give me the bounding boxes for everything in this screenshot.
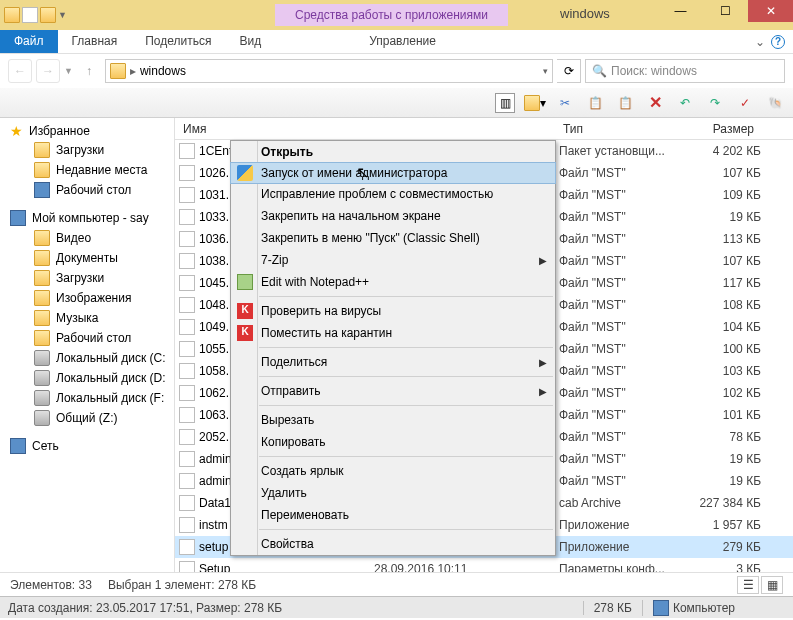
maximize-button[interactable]: ☐ [703, 0, 748, 22]
breadcrumb-dropdown-icon[interactable]: ▾ [543, 66, 548, 76]
tab-view[interactable]: Вид [225, 30, 275, 53]
file-row[interactable]: Setup28.09.2016 10:11Параметры конф...3 … [175, 558, 793, 572]
disk-icon [34, 410, 50, 426]
file-size: 108 КБ [699, 298, 761, 312]
tab-manage[interactable]: Управление [355, 30, 450, 53]
paste-icon[interactable]: 📋 [615, 93, 635, 113]
tab-share[interactable]: Поделиться [131, 30, 225, 53]
ctx-sendto[interactable]: Отправить▶ [231, 380, 555, 402]
qat-icon[interactable] [22, 7, 38, 23]
sidebar-item-disk-d[interactable]: Локальный диск (D: [0, 368, 174, 388]
breadcrumb[interactable]: ▸ windows ▾ [105, 59, 553, 83]
organize-icon[interactable]: ▾ [525, 93, 545, 113]
breadcrumb-segment[interactable]: windows [140, 64, 186, 78]
sidebar-item-recent[interactable]: Недавние места [0, 160, 174, 180]
file-size: 101 КБ [699, 408, 761, 422]
ctx-pin-start[interactable]: Закрепить на начальном экране [231, 205, 555, 227]
file-icon [179, 341, 195, 357]
file-type: Файл "MST" [559, 210, 699, 224]
properties-icon[interactable]: ✓ [735, 93, 755, 113]
search-input[interactable]: 🔍 Поиск: windows [585, 59, 785, 83]
redo-icon[interactable]: ↷ [705, 93, 725, 113]
ctx-properties[interactable]: Свойства [231, 533, 555, 555]
file-type: Файл "MST" [559, 430, 699, 444]
sidebar-label: Локальный диск (D: [56, 371, 166, 385]
close-button[interactable]: ✕ [748, 0, 793, 22]
ctx-label: Исправление проблем с совместимостью [261, 187, 493, 201]
sidebar-computer-header[interactable]: Мой компьютер - say [0, 208, 174, 228]
col-type[interactable]: Тип [555, 122, 695, 136]
sidebar-item-music[interactable]: Музыка [0, 308, 174, 328]
sidebar-item-pictures[interactable]: Изображения [0, 288, 174, 308]
file-type: Файл "MST" [559, 474, 699, 488]
layout-icon[interactable]: ▥ [495, 93, 515, 113]
ctx-separator [259, 529, 553, 530]
shell-icon[interactable]: 🐚 [765, 93, 785, 113]
sidebar-label: Сеть [32, 439, 59, 453]
sidebar-item-disk-z[interactable]: Общий (Z:) [0, 408, 174, 428]
cut-icon[interactable]: ✂ [555, 93, 575, 113]
computer-icon [653, 600, 669, 616]
file-icon [179, 319, 195, 335]
sidebar-network-header[interactable]: Сеть [0, 436, 174, 456]
view-details-button[interactable]: ☰ [737, 576, 759, 594]
ctx-run-as-admin[interactable]: Запуск от имени администратора [230, 162, 556, 184]
view-icons-button[interactable]: ▦ [761, 576, 783, 594]
sidebar-item-videos[interactable]: Видео [0, 228, 174, 248]
ctx-compat[interactable]: Исправление проблем с совместимостью [231, 183, 555, 205]
copy-icon[interactable]: 📋 [585, 93, 605, 113]
minimize-button[interactable]: — [658, 0, 703, 22]
sidebar-item-documents[interactable]: Документы [0, 248, 174, 268]
ctx-notepad[interactable]: Edit with Notepad++ [231, 271, 555, 293]
file-size: 227 384 КБ [699, 496, 761, 510]
titlebar: ▼ Средства работы с приложениями windows… [0, 0, 793, 30]
sidebar-item-desktop2[interactable]: Рабочий стол [0, 328, 174, 348]
sidebar-label: Мой компьютер - say [32, 211, 149, 225]
forward-button[interactable]: → [36, 59, 60, 83]
kaspersky-icon: K [237, 303, 253, 319]
refresh-button[interactable]: ⟳ [557, 59, 581, 83]
sidebar-favorites-header[interactable]: ★ Избранное [0, 122, 174, 140]
chevron-right-icon[interactable]: ▸ [130, 64, 136, 78]
help-icon[interactable]: ? [771, 35, 785, 49]
ctx-open[interactable]: Открыть [231, 141, 555, 163]
ctx-share[interactable]: Поделиться▶ [231, 351, 555, 373]
file-size: 19 КБ [699, 210, 761, 224]
ctx-cut[interactable]: Вырезать [231, 409, 555, 431]
ctx-quarantine[interactable]: KПоместить на карантин [231, 322, 555, 344]
tab-file[interactable]: Файл [0, 30, 58, 53]
tab-home[interactable]: Главная [58, 30, 132, 53]
delete-icon[interactable]: ✕ [645, 93, 665, 113]
ribbon-context-tab[interactable]: Средства работы с приложениями [275, 4, 508, 26]
sidebar-item-disk-f[interactable]: Локальный диск (F: [0, 388, 174, 408]
history-dropdown-icon[interactable]: ▼ [64, 66, 73, 76]
ribbon-expand-icon[interactable]: ⌄ [755, 35, 765, 49]
undo-icon[interactable]: ↶ [675, 93, 695, 113]
notepad-icon [237, 274, 253, 290]
up-button[interactable]: ↑ [77, 59, 101, 83]
qat-icon2[interactable] [40, 7, 56, 23]
file-date: 28.09.2016 10:11 [374, 562, 559, 572]
file-size: 3 КБ [699, 562, 761, 572]
ctx-label: Закрепить в меню "Пуск" (Classic Shell) [261, 231, 480, 245]
ctx-label: 7-Zip [261, 253, 288, 267]
folder-icon [34, 250, 50, 266]
ctx-shortcut[interactable]: Создать ярлык [231, 460, 555, 482]
sidebar-item-desktop[interactable]: Рабочий стол [0, 180, 174, 200]
ctx-copy[interactable]: Копировать [231, 431, 555, 453]
sidebar-item-disk-c[interactable]: Локальный диск (C: [0, 348, 174, 368]
back-button[interactable]: ← [8, 59, 32, 83]
sidebar-item-downloads[interactable]: Загрузки [0, 140, 174, 160]
star-icon: ★ [10, 124, 23, 138]
col-size[interactable]: Размер [695, 122, 763, 136]
sidebar-item-downloads2[interactable]: Загрузки [0, 268, 174, 288]
col-name[interactable]: Имя [175, 122, 370, 136]
ctx-rename[interactable]: Переименовать [231, 504, 555, 526]
ctx-scan[interactable]: KПроверить на вирусы [231, 300, 555, 322]
ctx-delete[interactable]: Удалить [231, 482, 555, 504]
ctx-7zip[interactable]: 7-Zip▶ [231, 249, 555, 271]
window-title: windows [560, 6, 610, 21]
qat-dropdown-icon[interactable]: ▼ [58, 10, 67, 20]
ctx-pin-menu[interactable]: Закрепить в меню "Пуск" (Classic Shell) [231, 227, 555, 249]
file-size: 109 КБ [699, 188, 761, 202]
